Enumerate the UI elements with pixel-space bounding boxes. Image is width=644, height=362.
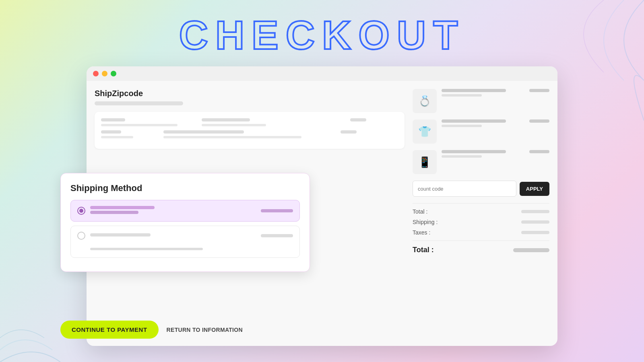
divider-2 [413, 241, 549, 241]
unselected-row [77, 232, 293, 240]
form-field-extra [350, 118, 398, 126]
taxes-row: Taxes : [413, 229, 549, 236]
shipping-method-panel: Shipping Method [60, 173, 310, 272]
shipping-method-title: Shipping Method [70, 183, 300, 193]
radio-button-1[interactable] [77, 207, 85, 215]
coupon-row: APPLY [413, 181, 549, 197]
product-info-1 [442, 89, 524, 97]
product-price-2 [529, 119, 549, 123]
product-name-bar-3 [442, 150, 506, 153]
shipping-option-1[interactable] [70, 200, 300, 222]
form-field-address [163, 130, 336, 138]
browser-titlebar [87, 66, 557, 81]
right-panel: 💍 👕 [413, 89, 549, 338]
product-price-1 [529, 89, 549, 92]
divider-1 [413, 203, 549, 204]
option-sub-bar-2 [90, 248, 203, 250]
address-form [95, 112, 405, 149]
form-field-last-name [202, 118, 345, 126]
traffic-light-red[interactable] [93, 71, 99, 76]
traffic-light-green[interactable] [111, 71, 116, 76]
product-image-1: 💍 [413, 89, 437, 113]
field-value [101, 124, 178, 126]
product-image-2: 👕 [413, 119, 437, 144]
taxes-label: Taxes : [413, 229, 430, 236]
shipping-row: Shipping : [413, 219, 549, 225]
product-sub-bar-3 [442, 155, 482, 158]
field-label [202, 118, 250, 121]
subtotal-value [521, 210, 549, 213]
field-label [101, 118, 125, 121]
subtotal-label: Total : [413, 208, 427, 215]
order-item-2: 👕 [413, 119, 549, 144]
product-sub-bar-2 [442, 125, 482, 127]
field-label [350, 118, 366, 121]
order-item-1: 💍 [413, 89, 549, 113]
action-buttons: CONTINUE TO PAYMENT RETURN TO INFORMATIO… [60, 321, 243, 339]
form-field-first-name [101, 118, 197, 126]
continue-to-payment-button[interactable]: CONTINUE TO PAYMENT [60, 321, 159, 339]
total-label: Total : [413, 246, 434, 254]
field-value [101, 136, 133, 138]
apply-coupon-button[interactable]: APPLY [520, 182, 549, 196]
product-icon-phone: 📱 [418, 156, 431, 169]
field-label [163, 130, 244, 134]
radio-inner-1 [79, 209, 83, 213]
zipcode-bar [95, 101, 183, 105]
shipping-value [521, 220, 549, 224]
order-item-3: 📱 [413, 150, 549, 174]
product-info-3 [442, 150, 524, 158]
subtotal-row: Total : [413, 208, 549, 215]
form-row-1 [101, 118, 398, 126]
product-sub-bar-1 [442, 94, 482, 97]
ship-zipcode-label: ShipZipcode [95, 89, 405, 98]
option-text-2 [90, 233, 256, 238]
form-field-zip [341, 130, 398, 138]
product-image-3: 📱 [413, 150, 437, 174]
total-value [513, 248, 549, 252]
option-text-1 [90, 206, 256, 216]
product-info-2 [442, 119, 524, 127]
option-name-bar [90, 206, 155, 209]
product-name-bar-2 [442, 119, 506, 123]
field-label [101, 130, 121, 134]
shipping-label: Shipping : [413, 219, 438, 225]
field-label [341, 130, 357, 134]
option-price-2 [261, 234, 293, 237]
traffic-light-yellow[interactable] [102, 71, 107, 76]
product-price-3 [529, 150, 549, 153]
product-icon-tshirt: 👕 [418, 125, 431, 138]
total-row: Total : [413, 246, 549, 254]
coupon-input[interactable] [413, 181, 516, 197]
option-sub-bar [90, 211, 138, 214]
radio-button-2[interactable] [77, 232, 85, 240]
form-row-2 [101, 130, 398, 138]
product-name-bar-1 [442, 89, 506, 92]
option-price-1 [261, 209, 293, 212]
form-field-city [101, 130, 159, 138]
field-value [202, 124, 266, 126]
return-to-information-button[interactable]: RETURN TO INFORMATION [167, 327, 243, 333]
shipping-option-2[interactable] [70, 226, 300, 258]
page-title-container: CHECKOUT [0, 12, 644, 58]
product-icon-rings: 💍 [418, 95, 431, 107]
unselected-details [77, 248, 203, 252]
page-title: CHECKOUT [0, 12, 644, 58]
option-name-bar-2 [90, 233, 151, 237]
taxes-value [521, 231, 549, 234]
field-value [163, 136, 301, 138]
